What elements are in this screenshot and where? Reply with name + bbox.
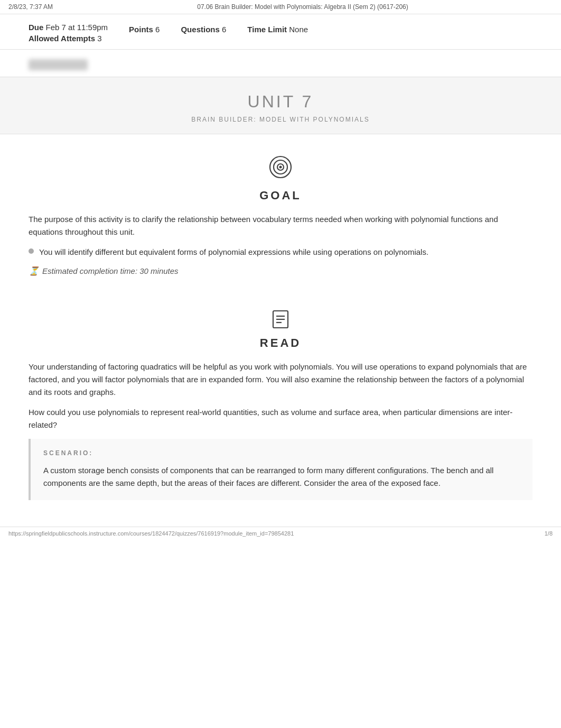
allowed-attempts-label: Allowed Attempts — [29, 34, 95, 43]
read-icon — [269, 308, 292, 331]
allowed-attempts-item: Allowed Attempts 3 — [29, 34, 108, 43]
bottom-bar-page: 1/8 — [545, 530, 553, 537]
target-icon — [269, 155, 292, 179]
top-bar-timestamp: 2/8/23, 7:37 AM — [8, 3, 53, 11]
estimated-time-text: Estimated completion time: 30 minutes — [42, 266, 179, 275]
meta-row: Due Feb 7 at 11:59pm Allowed Attempts 3 … — [0, 14, 561, 50]
time-limit-label: Time Limit — [247, 25, 287, 34]
read-para2: How could you use polynomials to represe… — [29, 406, 532, 431]
goal-body: The purpose of this activity is to clari… — [29, 213, 532, 276]
goal-title: GOAL — [29, 189, 532, 202]
due-row: Due Feb 7 at 11:59pm Allowed Attempts 3 — [29, 23, 108, 43]
read-para1: Your understanding of factoring quadrati… — [29, 361, 532, 399]
time-limit-item: Time Limit None — [247, 25, 308, 34]
allowed-attempts-value: 3 — [97, 34, 101, 43]
bottom-bar-url: https://springfieldpublicschools.instruc… — [8, 530, 294, 537]
estimated-time: ⏳ Estimated completion time: 30 minutes — [29, 266, 532, 276]
bottom-bar: https://springfieldpublicschools.instruc… — [0, 527, 561, 540]
scenario-text: A custom storage bench consists of compo… — [43, 464, 520, 490]
goal-section: GOAL The purpose of this activity is to … — [0, 134, 561, 297]
questions-label: Questions — [181, 25, 219, 34]
goal-icon — [29, 155, 532, 183]
read-title: READ — [29, 336, 532, 350]
points-label: Points — [129, 25, 153, 34]
scenario-label: SCENARIO: — [43, 449, 520, 457]
goal-bullet-text: You will identify different but equivale… — [39, 246, 428, 259]
read-icon-container — [29, 308, 532, 331]
due-label: Due — [29, 23, 43, 32]
unit-subtitle: BRAIN BUILDER: MODEL WITH POLYNOMIALS — [11, 116, 550, 123]
top-bar-title: 07.06 Brain Builder: Model with Polynomi… — [197, 3, 408, 11]
due-value: Feb 7 at 11:59pm — [46, 23, 108, 32]
unit-header: UNIT 7 BRAIN BUILDER: MODEL WITH POLYNOM… — [0, 77, 561, 134]
points-value: 6 — [155, 25, 160, 34]
questions-item: Questions 6 — [181, 25, 226, 34]
goal-bullet-item: You will identify different but equivale… — [29, 246, 532, 259]
due-item: Due Feb 7 at 11:59pm — [29, 23, 108, 32]
inline-meta-items: Points 6 Questions 6 Time Limit None — [129, 25, 308, 34]
unit-title: UNIT 7 — [11, 92, 550, 112]
points-item: Points 6 — [129, 25, 160, 34]
top-bar: 2/8/23, 7:37 AM 07.06 Brain Builder: Mod… — [0, 0, 561, 14]
questions-value: 6 — [222, 25, 226, 34]
bullet-dot — [29, 248, 34, 254]
read-section: READ Your understanding of factoring qua… — [0, 297, 561, 516]
student-name: Student Name — [29, 59, 88, 70]
scenario-box: SCENARIO: A custom storage bench consist… — [29, 439, 532, 500]
time-limit-value: None — [289, 25, 308, 34]
clock-icon: ⏳ — [29, 266, 39, 276]
goal-body-text: The purpose of this activity is to clari… — [29, 213, 532, 238]
svg-point-3 — [279, 166, 282, 169]
